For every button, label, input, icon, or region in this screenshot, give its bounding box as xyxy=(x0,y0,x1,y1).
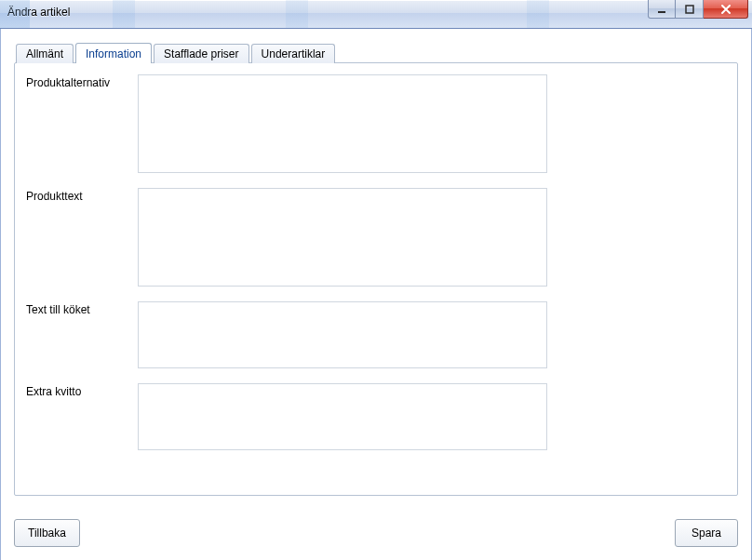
input-extra-kvitto[interactable] xyxy=(138,383,547,450)
input-text-till-koket[interactable] xyxy=(138,301,547,368)
minimize-icon xyxy=(656,4,667,15)
tab-underartiklar[interactable]: Underartiklar xyxy=(251,44,336,63)
back-button[interactable]: Tillbaka xyxy=(14,519,80,547)
maximize-icon xyxy=(684,4,695,15)
tabstrip: Allmänt Information Stafflade priser Und… xyxy=(16,42,738,62)
maximize-button[interactable] xyxy=(676,0,704,19)
close-button[interactable] xyxy=(704,0,748,19)
tab-allmant[interactable]: Allmänt xyxy=(16,44,74,63)
window-buttons xyxy=(648,0,748,19)
tab-information[interactable]: Information xyxy=(75,43,152,63)
label-text-till-koket: Text till köket xyxy=(26,301,138,316)
label-produkttext: Produkttext xyxy=(26,188,138,203)
window-title: Ändra artikel xyxy=(7,6,70,19)
tab-stafflade-priser[interactable]: Stafflade priser xyxy=(154,44,249,63)
input-produktalternativ[interactable] xyxy=(138,74,547,173)
label-extra-kvitto: Extra kvitto xyxy=(26,383,138,398)
client-area: Allmänt Information Stafflade priser Und… xyxy=(0,29,752,560)
bottom-bar: Tillbaka Spara xyxy=(14,519,738,547)
close-icon xyxy=(719,4,732,15)
tabpanel-information: Produktalternativ Produkttext Text till … xyxy=(14,62,738,496)
row-produktalternativ: Produktalternativ xyxy=(26,74,726,173)
svg-rect-1 xyxy=(686,6,693,13)
save-button[interactable]: Spara xyxy=(675,519,738,547)
minimize-button[interactable] xyxy=(648,0,676,19)
label-produktalternativ: Produktalternativ xyxy=(26,74,138,89)
input-produkttext[interactable] xyxy=(138,188,547,287)
svg-rect-0 xyxy=(658,11,665,13)
titlebar: Ändra artikel xyxy=(0,0,752,29)
row-produkttext: Produkttext xyxy=(26,188,726,287)
row-extra-kvitto: Extra kvitto xyxy=(26,383,726,450)
row-text-till-koket: Text till köket xyxy=(26,301,726,368)
